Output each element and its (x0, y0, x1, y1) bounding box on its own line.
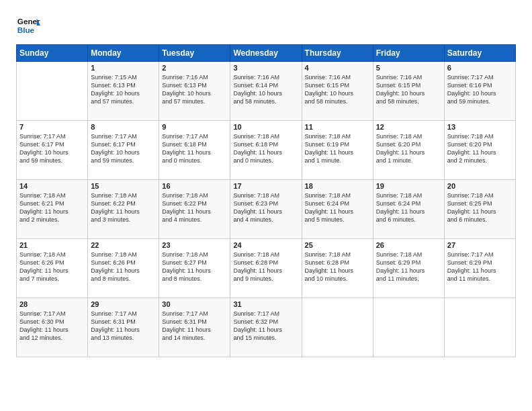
day-info: Sunrise: 7:18 AM Sunset: 6:24 PM Dayligh… (305, 191, 370, 224)
calendar-week-row: 21Sunrise: 7:18 AM Sunset: 6:26 PM Dayli… (17, 239, 516, 298)
day-info: Sunrise: 7:17 AM Sunset: 6:32 PM Dayligh… (233, 310, 298, 342)
day-info: Sunrise: 7:18 AM Sunset: 6:22 PM Dayligh… (91, 191, 156, 224)
calendar-cell: 26Sunrise: 7:18 AM Sunset: 6:29 PM Dayli… (373, 239, 444, 298)
header-day: Tuesday (159, 45, 230, 62)
day-info: Sunrise: 7:16 AM Sunset: 6:13 PM Dayligh… (162, 73, 227, 106)
calendar-cell: 6Sunrise: 7:17 AM Sunset: 6:16 PM Daylig… (444, 62, 515, 121)
day-info: Sunrise: 7:18 AM Sunset: 6:21 PM Dayligh… (19, 191, 85, 224)
calendar-cell: 27Sunrise: 7:17 AM Sunset: 6:29 PM Dayli… (444, 239, 515, 298)
day-info: Sunrise: 7:17 AM Sunset: 6:30 PM Dayligh… (19, 310, 85, 342)
day-info: Sunrise: 7:16 AM Sunset: 6:14 PM Dayligh… (233, 73, 298, 106)
calendar-cell (302, 298, 373, 357)
day-info: Sunrise: 7:18 AM Sunset: 6:23 PM Dayligh… (233, 191, 298, 224)
calendar-cell: 16Sunrise: 7:18 AM Sunset: 6:22 PM Dayli… (159, 180, 230, 239)
calendar-cell: 19Sunrise: 7:18 AM Sunset: 6:24 PM Dayli… (373, 180, 444, 239)
calendar-table: SundayMondayTuesdayWednesdayThursdayFrid… (16, 44, 516, 357)
day-number: 10 (233, 123, 298, 131)
calendar-cell: 23Sunrise: 7:18 AM Sunset: 6:27 PM Dayli… (159, 239, 230, 298)
day-number: 24 (233, 241, 298, 249)
logo: General Blue (16, 13, 40, 38)
calendar-cell: 17Sunrise: 7:18 AM Sunset: 6:23 PM Dayli… (230, 180, 302, 239)
day-info: Sunrise: 7:15 AM Sunset: 6:13 PM Dayligh… (91, 73, 156, 106)
day-number: 26 (376, 241, 441, 249)
calendar-cell (373, 298, 444, 357)
day-number: 28 (19, 300, 85, 308)
day-number: 14 (19, 182, 85, 190)
calendar-week-row: 1Sunrise: 7:15 AM Sunset: 6:13 PM Daylig… (17, 62, 516, 121)
day-number: 7 (19, 123, 85, 131)
calendar-cell: 7Sunrise: 7:17 AM Sunset: 6:17 PM Daylig… (17, 121, 88, 180)
header-day: Saturday (444, 45, 515, 62)
day-number: 1 (91, 64, 156, 72)
logo-icon: General Blue (16, 13, 40, 38)
day-number: 8 (91, 123, 156, 131)
calendar-cell: 29Sunrise: 7:17 AM Sunset: 6:31 PM Dayli… (88, 298, 159, 357)
calendar-cell: 11Sunrise: 7:18 AM Sunset: 6:19 PM Dayli… (302, 121, 373, 180)
day-info: Sunrise: 7:17 AM Sunset: 6:17 PM Dayligh… (19, 132, 85, 165)
day-number: 9 (162, 123, 227, 131)
calendar-cell: 14Sunrise: 7:18 AM Sunset: 6:21 PM Dayli… (17, 180, 88, 239)
calendar-body: 1Sunrise: 7:15 AM Sunset: 6:13 PM Daylig… (17, 62, 516, 357)
calendar-cell: 21Sunrise: 7:18 AM Sunset: 6:26 PM Dayli… (17, 239, 88, 298)
header-day: Sunday (17, 45, 88, 62)
calendar-cell: 24Sunrise: 7:18 AM Sunset: 6:28 PM Dayli… (230, 239, 302, 298)
day-number: 11 (305, 123, 370, 131)
day-info: Sunrise: 7:17 AM Sunset: 6:31 PM Dayligh… (162, 310, 227, 342)
calendar-cell: 15Sunrise: 7:18 AM Sunset: 6:22 PM Dayli… (88, 180, 159, 239)
day-info: Sunrise: 7:17 AM Sunset: 6:16 PM Dayligh… (447, 73, 513, 106)
day-number: 15 (91, 182, 156, 190)
calendar-cell (17, 62, 88, 121)
calendar-cell: 28Sunrise: 7:17 AM Sunset: 6:30 PM Dayli… (17, 298, 88, 357)
day-number: 6 (447, 64, 513, 72)
day-info: Sunrise: 7:18 AM Sunset: 6:19 PM Dayligh… (305, 132, 370, 165)
day-number: 30 (162, 300, 227, 308)
day-number: 17 (233, 182, 298, 190)
header-row: SundayMondayTuesdayWednesdayThursdayFrid… (17, 45, 516, 62)
calendar-cell: 10Sunrise: 7:18 AM Sunset: 6:18 PM Dayli… (230, 121, 302, 180)
calendar-cell: 25Sunrise: 7:18 AM Sunset: 6:28 PM Dayli… (302, 239, 373, 298)
calendar-cell: 5Sunrise: 7:16 AM Sunset: 6:15 PM Daylig… (373, 62, 444, 121)
day-number: 31 (233, 300, 298, 308)
day-number: 20 (447, 182, 513, 190)
day-number: 13 (447, 123, 513, 131)
day-number: 27 (447, 241, 513, 249)
calendar-week-row: 14Sunrise: 7:18 AM Sunset: 6:21 PM Dayli… (17, 180, 516, 239)
day-number: 29 (91, 300, 156, 308)
calendar-header: SundayMondayTuesdayWednesdayThursdayFrid… (17, 45, 516, 62)
day-info: Sunrise: 7:18 AM Sunset: 6:29 PM Dayligh… (376, 250, 441, 283)
day-info: Sunrise: 7:18 AM Sunset: 6:28 PM Dayligh… (233, 250, 298, 283)
day-info: Sunrise: 7:17 AM Sunset: 6:18 PM Dayligh… (162, 132, 227, 165)
day-info: Sunrise: 7:17 AM Sunset: 6:31 PM Dayligh… (91, 310, 156, 342)
calendar-cell: 3Sunrise: 7:16 AM Sunset: 6:14 PM Daylig… (230, 62, 302, 121)
calendar-cell: 12Sunrise: 7:18 AM Sunset: 6:20 PM Dayli… (373, 121, 444, 180)
day-number: 4 (305, 64, 370, 72)
calendar-cell: 22Sunrise: 7:18 AM Sunset: 6:26 PM Dayli… (88, 239, 159, 298)
calendar-week-row: 7Sunrise: 7:17 AM Sunset: 6:17 PM Daylig… (17, 121, 516, 180)
day-number: 3 (233, 64, 298, 72)
calendar-cell: 2Sunrise: 7:16 AM Sunset: 6:13 PM Daylig… (159, 62, 230, 121)
day-number: 16 (162, 182, 227, 190)
header-day: Friday (373, 45, 444, 62)
calendar-cell: 20Sunrise: 7:18 AM Sunset: 6:25 PM Dayli… (444, 180, 515, 239)
calendar-cell: 9Sunrise: 7:17 AM Sunset: 6:18 PM Daylig… (159, 121, 230, 180)
day-info: Sunrise: 7:16 AM Sunset: 6:15 PM Dayligh… (305, 73, 370, 106)
calendar-cell: 18Sunrise: 7:18 AM Sunset: 6:24 PM Dayli… (302, 180, 373, 239)
calendar-page: General Blue SundayMondayTuesdayWednesda… (0, 0, 532, 411)
header-day: Monday (88, 45, 159, 62)
calendar-cell: 31Sunrise: 7:17 AM Sunset: 6:32 PM Dayli… (230, 298, 302, 357)
calendar-cell: 4Sunrise: 7:16 AM Sunset: 6:15 PM Daylig… (302, 62, 373, 121)
day-info: Sunrise: 7:18 AM Sunset: 6:18 PM Dayligh… (233, 132, 298, 165)
day-info: Sunrise: 7:17 AM Sunset: 6:17 PM Dayligh… (91, 132, 156, 165)
calendar-week-row: 28Sunrise: 7:17 AM Sunset: 6:30 PM Dayli… (17, 298, 516, 357)
day-info: Sunrise: 7:18 AM Sunset: 6:26 PM Dayligh… (19, 250, 85, 283)
day-info: Sunrise: 7:18 AM Sunset: 6:22 PM Dayligh… (162, 191, 227, 224)
calendar-cell: 8Sunrise: 7:17 AM Sunset: 6:17 PM Daylig… (88, 121, 159, 180)
calendar-cell (444, 298, 515, 357)
day-number: 18 (305, 182, 370, 190)
day-info: Sunrise: 7:18 AM Sunset: 6:20 PM Dayligh… (447, 132, 513, 165)
header-day: Wednesday (230, 45, 302, 62)
header: General Blue (16, 13, 516, 38)
day-info: Sunrise: 7:18 AM Sunset: 6:20 PM Dayligh… (376, 132, 441, 165)
day-number: 23 (162, 241, 227, 249)
day-info: Sunrise: 7:18 AM Sunset: 6:26 PM Dayligh… (91, 250, 156, 283)
